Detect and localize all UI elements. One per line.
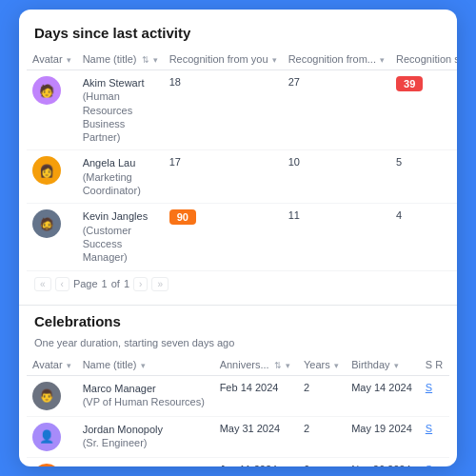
rec-sent-cell: 39 xyxy=(390,70,457,150)
recog-you-filter-icon[interactable]: ▾ xyxy=(272,55,277,65)
avatar: 🧔 xyxy=(32,209,61,238)
col-avatar-1[interactable]: Avatar ▾ xyxy=(27,49,77,70)
person-name: Jordan Monopoly xyxy=(83,424,163,435)
col-avatar-2[interactable]: Avatar ▾ xyxy=(27,354,77,376)
rec-from-cell: 11 xyxy=(283,204,390,270)
cel-name-filter-icon[interactable]: ▾ xyxy=(141,361,146,370)
birthday-cell: May 14 2024 xyxy=(346,375,420,416)
col-sr[interactable]: S R xyxy=(420,354,449,376)
table-row: 👨 Marco Manager (VP of Human Resources) … xyxy=(27,375,449,416)
anniv-filter-icon[interactable]: ▾ xyxy=(286,361,290,370)
avatar-cell: 👩 xyxy=(27,457,77,466)
section2-table: Avatar ▾ Name (title) ▾ Annivers... ⇅ ▾ … xyxy=(27,354,449,466)
person-name: Angela Lau xyxy=(83,157,136,169)
page-total: 1 xyxy=(124,278,129,289)
main-card: Days since last activity Avatar ▾ Name (… xyxy=(19,10,457,466)
name-filter-icon[interactable]: ▾ xyxy=(153,55,158,65)
person-name: Marco Manager xyxy=(83,383,156,394)
avatar-cell: 👤 xyxy=(27,416,77,457)
birthday-cell: Nov 26 2024 xyxy=(346,457,420,466)
sr-cell: S xyxy=(420,416,449,457)
avatar-cell: 👩 xyxy=(27,150,77,204)
avatar: 🧑 xyxy=(32,76,61,105)
rec-from-you-cell: 90 xyxy=(164,204,283,270)
name-cell: Jen Carrington (Sr. Engineer) xyxy=(77,457,214,466)
rec-from-cell: 10 xyxy=(283,150,390,204)
person-name: Jen Carrington xyxy=(83,465,151,466)
table-row: 🧑 Akim Stewart (Human Resources Business… xyxy=(27,70,457,150)
sr-link[interactable]: S xyxy=(426,423,432,434)
name-cell: Jordan Monopoly (Sr. Engineer) xyxy=(77,416,214,457)
section2-subtitle: One year duration, starting seven days a… xyxy=(19,337,457,354)
years-filter-icon[interactable]: ▾ xyxy=(334,361,339,370)
birthday-filter-icon[interactable]: ▾ xyxy=(394,361,399,370)
section2-table-wrap: Avatar ▾ Name (title) ▾ Annivers... ⇅ ▾ … xyxy=(19,354,457,466)
sr-link[interactable]: S xyxy=(426,382,432,393)
next-page-button[interactable]: › xyxy=(133,277,148,291)
of-label: of xyxy=(111,278,120,289)
sr-cell: S xyxy=(420,375,449,416)
col-anniversary[interactable]: Annivers... ⇅ ▾ xyxy=(214,354,298,376)
sr-cell: S xyxy=(420,457,449,466)
avatar: 👤 xyxy=(32,423,61,451)
name-cell: Marco Manager (VP of Human Resources) xyxy=(77,375,214,416)
table-row: 👩 Jen Carrington (Sr. Engineer) Jun 11 2… xyxy=(27,457,449,466)
sr-link[interactable]: S xyxy=(426,464,432,466)
rec-from-cell: 27 xyxy=(283,70,390,150)
pagination-1: « ‹ Page 1 of 1 › » xyxy=(19,271,457,297)
rec-from-you-cell: 17 xyxy=(164,150,283,204)
name-cell: Akim Stewart (Human Resources Business P… xyxy=(77,70,164,150)
col-years[interactable]: Years ▾ xyxy=(298,354,346,376)
anniversary-cell: Feb 14 2024 xyxy=(214,375,298,416)
col-birthday[interactable]: Birthday ▾ xyxy=(346,354,420,376)
person-title: (Human Resources Business Partner) xyxy=(83,90,133,143)
last-page-button[interactable]: » xyxy=(151,277,169,291)
col-recog-from-you[interactable]: Recognition from you ▾ xyxy=(164,49,283,70)
section1-table: Avatar ▾ Name (title) ⇅ ▾ Recognition fr… xyxy=(27,49,457,271)
avatar-cell: 👨 xyxy=(27,375,77,416)
birthday-cell: May 19 2024 xyxy=(346,416,420,457)
section2-title: Celebrations xyxy=(19,313,457,337)
col-name-2[interactable]: Name (title) ▾ xyxy=(77,354,214,376)
col-recog-from[interactable]: Recognition from... ▾ xyxy=(283,49,390,70)
person-title: (Marketing Coordinator) xyxy=(83,171,141,196)
first-page-button[interactable]: « xyxy=(34,277,51,291)
avatar-cell: 🧑 xyxy=(27,70,77,150)
rec-sent-cell: 4 xyxy=(390,204,457,270)
section-divider xyxy=(19,305,457,306)
avatar: 👩 xyxy=(32,464,61,466)
years-cell: 2 xyxy=(298,375,346,416)
name-cell: Angela Lau (Marketing Coordinator) xyxy=(77,150,164,204)
person-name: Kevin Jangles xyxy=(83,210,149,222)
page-current: 1 xyxy=(102,278,108,289)
table-row: 👩 Angela Lau (Marketing Coordinator) 17 … xyxy=(27,150,457,204)
anniversary-cell: May 31 2024 xyxy=(214,416,298,457)
avatar: 👨 xyxy=(32,382,61,410)
col-recog-sent[interactable]: Recognition sent ▾ xyxy=(390,49,457,70)
col-name-1[interactable]: Name (title) ⇅ ▾ xyxy=(77,49,164,70)
anniv-sort-icon[interactable]: ⇅ xyxy=(274,361,282,370)
anniversary-cell: Jun 11 2024 xyxy=(214,457,298,466)
person-title: (Sr. Engineer) xyxy=(83,437,148,448)
section1-title: Days since last activity xyxy=(19,25,457,49)
table-row: 👤 Jordan Monopoly (Sr. Engineer) May 31 … xyxy=(27,416,449,457)
section1-table-wrap: Avatar ▾ Name (title) ⇅ ▾ Recognition fr… xyxy=(19,49,457,271)
cel-avatar-filter-icon[interactable]: ▾ xyxy=(67,361,71,370)
avatar-cell: 🧔 xyxy=(27,204,77,270)
person-name: Akim Stewart xyxy=(83,77,145,89)
avatar-filter-icon[interactable]: ▾ xyxy=(67,55,71,65)
rec-sent-cell: 5 xyxy=(390,150,457,204)
page-label: Page xyxy=(73,278,98,289)
rec-from-you-cell: 18 xyxy=(164,70,283,150)
avatar: 👩 xyxy=(32,156,61,185)
prev-page-button[interactable]: ‹ xyxy=(55,277,69,291)
table-row: 🧔 Kevin Jangles (Customer Success Manage… xyxy=(27,204,457,270)
person-title: (Customer Success Manager) xyxy=(83,225,131,264)
years-cell: 2 xyxy=(298,416,346,457)
person-title: (VP of Human Resources) xyxy=(83,396,205,407)
years-cell: 6 xyxy=(298,457,346,466)
recog-from-filter-icon[interactable]: ▾ xyxy=(380,55,385,65)
name-cell: Kevin Jangles (Customer Success Manager) xyxy=(77,204,164,270)
name-sort-icon[interactable]: ⇅ xyxy=(142,55,149,65)
